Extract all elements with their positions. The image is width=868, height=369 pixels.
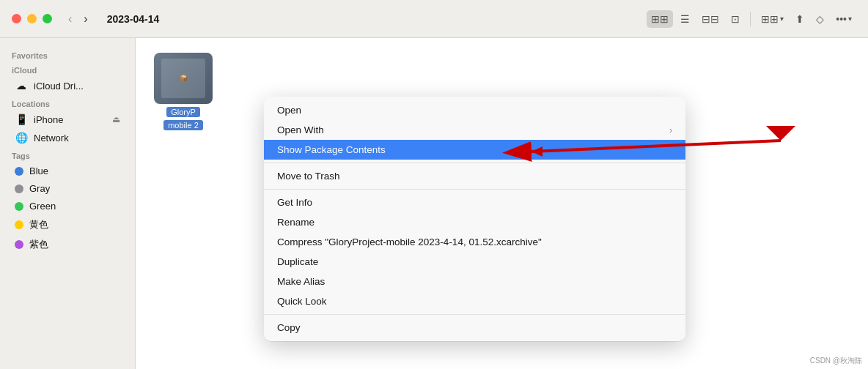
- tag-label-blue: Blue: [29, 165, 120, 176]
- file-icon-container: 📦 GloryP mobile 2: [150, 53, 216, 130]
- menu-item-label-open: Open: [277, 105, 301, 116]
- list-icon: ☰: [680, 13, 690, 25]
- sidebar-item-icloud-drive[interactable]: ☁ iCloud Dri...: [3, 77, 132, 94]
- menu-item-label-show_package_contents: Show Package Contents: [277, 144, 386, 155]
- iphone-icon: 📱: [15, 113, 28, 125]
- file-icon-text: 📦: [180, 75, 188, 82]
- minimize-button[interactable]: [27, 14, 37, 23]
- menu-item-label-make_alias: Make Alias: [277, 276, 325, 287]
- tag-dot-blue: [15, 167, 23, 176]
- menu-item-label-quick_look: Quick Look: [277, 296, 327, 307]
- file-label-line2: mobile 2: [163, 120, 203, 130]
- close-button[interactable]: [12, 14, 21, 23]
- tag-dot-黄色: [15, 220, 23, 229]
- sidebar-item-iphone[interactable]: 📱 iPhone ⏏: [3, 111, 132, 128]
- tag-dot-green: [15, 202, 23, 211]
- watermark: CSDN @秋淘陈: [810, 356, 862, 366]
- nav-arrows: ‹ ›: [64, 11, 92, 27]
- menu-item-label-copy: Copy: [277, 322, 301, 333]
- network-label: Network: [34, 133, 120, 144]
- sidebar-item-tag-黄色[interactable]: 黄色: [3, 215, 132, 234]
- file-label-line1: GloryP: [166, 107, 200, 117]
- menu-item-label-compress: Compress "GloryProject-mobile 2023-4-14,…: [277, 236, 542, 247]
- file-icon[interactable]: 📦: [154, 53, 213, 104]
- share-icon: ⬆: [795, 13, 804, 25]
- tag-label-紫色: 紫色: [29, 238, 120, 251]
- tag-icon: ◇: [816, 13, 824, 25]
- sidebar-item-tag-green[interactable]: Green: [3, 198, 132, 215]
- sidebar-item-network[interactable]: 🌐 Network: [3, 129, 132, 146]
- more-chevron: ▾: [848, 15, 852, 23]
- network-icon: 🌐: [15, 132, 28, 144]
- sidebar-item-tag-紫色[interactable]: 紫色: [3, 235, 132, 254]
- tags-section-title: Tags: [0, 147, 135, 162]
- menu-separator: [264, 163, 685, 163]
- menu-item-open_with[interactable]: Open With›: [264, 120, 685, 140]
- eject-icon: ⏏: [112, 114, 120, 124]
- sidebar: Favorites iCloud ☁ iCloud Dri... Locatio…: [0, 38, 136, 369]
- menu-item-open[interactable]: Open: [264, 100, 685, 120]
- titlebar: ‹ › 2023-04-14 ⊞⊞ ☰ ⊟⊟ ⊡ ⊞⊞ ▾ ⬆ ◇ ••• ▾: [0, 0, 868, 38]
- menu-item-arrow-open_with: ›: [669, 125, 672, 135]
- icloud-icon: ☁: [15, 80, 28, 92]
- share-button[interactable]: ⬆: [791, 10, 809, 28]
- menu-item-move_to_trash[interactable]: Move to Trash: [264, 166, 685, 186]
- menu-item-label-duplicate: Duplicate: [277, 256, 318, 267]
- view-gallery-button[interactable]: ⊡: [727, 10, 744, 28]
- menu-item-label-rename: Rename: [277, 217, 315, 228]
- sidebar-item-tag-blue[interactable]: Blue: [3, 163, 132, 179]
- menu-item-get_info[interactable]: Get Info: [264, 193, 685, 212]
- icloud-section-title: iCloud: [0, 61, 135, 76]
- tag-label-green: Green: [29, 201, 120, 212]
- grid-icon: ⊞⊞: [651, 13, 669, 25]
- more-button[interactable]: ••• ▾: [831, 10, 856, 28]
- tag-dot-gray: [15, 184, 23, 193]
- view-grid-button[interactable]: ⊞⊞: [647, 10, 673, 28]
- group-chevron: ▾: [780, 15, 784, 23]
- menu-item-label-move_to_trash: Move to Trash: [277, 171, 340, 182]
- menu-separator: [264, 314, 685, 315]
- window-title: 2023-04-14: [107, 13, 160, 25]
- sidebar-item-tag-gray[interactable]: Gray: [3, 180, 132, 197]
- group-icon: ⊞⊞: [761, 13, 779, 25]
- view-list-button[interactable]: ☰: [676, 10, 694, 28]
- menu-item-compress[interactable]: Compress "GloryProject-mobile 2023-4-14,…: [264, 232, 685, 252]
- main-container: Favorites iCloud ☁ iCloud Dri... Locatio…: [0, 38, 868, 369]
- content-area: 📦 GloryP mobile 2 OpenOpen With›Show Pac…: [136, 38, 868, 369]
- back-button[interactable]: ‹: [64, 11, 76, 27]
- favorites-section-title: Favorites: [0, 47, 135, 61]
- view-columns-button[interactable]: ⊟⊟: [697, 10, 724, 28]
- toolbar-icons: ⊞⊞ ☰ ⊟⊟ ⊡ ⊞⊞ ▾ ⬆ ◇ ••• ▾: [647, 10, 856, 28]
- menu-item-label-get_info: Get Info: [277, 197, 312, 208]
- menu-item-copy[interactable]: Copy: [264, 318, 685, 338]
- window-controls: [12, 14, 52, 23]
- icloud-drive-label: iCloud Dri...: [34, 81, 120, 92]
- tag-label-黄色: 黄色: [29, 218, 120, 231]
- more-icon: •••: [836, 13, 847, 25]
- toolbar-separator-1: [750, 12, 751, 26]
- tag-dot-紫色: [15, 240, 23, 249]
- columns-icon: ⊟⊟: [702, 13, 719, 25]
- group-button[interactable]: ⊞⊞ ▾: [757, 10, 788, 28]
- gallery-icon: ⊡: [731, 13, 740, 25]
- menu-item-quick_look[interactable]: Quick Look: [264, 291, 685, 311]
- tag-label-gray: Gray: [29, 183, 120, 194]
- menu-item-make_alias[interactable]: Make Alias: [264, 272, 685, 291]
- menu-item-show_package_contents[interactable]: Show Package Contents: [264, 140, 685, 160]
- tag-button[interactable]: ◇: [812, 10, 828, 28]
- menu-item-rename[interactable]: Rename: [264, 212, 685, 232]
- context-menu: OpenOpen With›Show Package ContentsMove …: [264, 97, 685, 341]
- maximize-button[interactable]: [43, 14, 52, 23]
- locations-section-title: Locations: [0, 95, 135, 110]
- forward-button[interactable]: ›: [79, 11, 92, 27]
- menu-item-label-open_with: Open With: [277, 124, 324, 135]
- iphone-label: iPhone: [34, 114, 106, 125]
- menu-separator: [264, 189, 685, 190]
- menu-item-duplicate[interactable]: Duplicate: [264, 252, 685, 272]
